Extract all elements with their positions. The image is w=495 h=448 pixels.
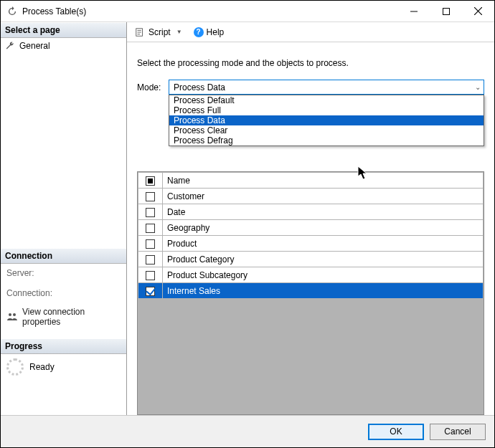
- connection-label: Connection:: [1, 284, 126, 304]
- row-checkbox[interactable]: [146, 287, 155, 296]
- help-label: Help: [207, 27, 225, 37]
- mode-label: Mode:: [137, 82, 164, 92]
- mode-option[interactable]: Process Defrag: [169, 135, 484, 146]
- script-icon: [134, 27, 146, 38]
- chevron-down-icon: ⌄: [475, 83, 481, 91]
- dialog-footer: OK Cancel: [1, 415, 494, 447]
- header-checkbox-cell[interactable]: [138, 173, 163, 189]
- nav-item-general[interactable]: General: [1, 40, 126, 52]
- view-connection-properties[interactable]: View connection properties: [1, 304, 126, 338]
- people-icon: [6, 311, 18, 323]
- server-label: Server:: [1, 264, 126, 284]
- table-row[interactable]: Customer: [138, 189, 484, 204]
- instruction-text: Select the processing mode and the objec…: [127, 42, 494, 80]
- help-button[interactable]: ? Help: [191, 26, 227, 39]
- mode-option[interactable]: Process Clear: [169, 125, 484, 135]
- progress-status: Ready: [29, 362, 55, 372]
- row-name: Product Subcategory: [163, 267, 484, 283]
- mode-option[interactable]: Process Full: [169, 105, 484, 115]
- row-name: Product Category: [163, 252, 484, 267]
- select-page-header: Select a page: [1, 22, 126, 38]
- chevron-down-icon[interactable]: ▼: [174, 29, 185, 35]
- row-name: Date: [163, 204, 484, 220]
- table-row[interactable]: Product Subcategory: [138, 267, 484, 283]
- window-title: Process Table(s): [22, 6, 397, 16]
- maximize-button[interactable]: [430, 1, 462, 22]
- mode-selected-value: Process Data: [174, 82, 225, 92]
- svg-rect-1: [443, 8, 449, 14]
- column-header-name[interactable]: Name: [163, 173, 484, 189]
- cancel-button[interactable]: Cancel: [430, 424, 486, 440]
- row-checkbox[interactable]: [146, 271, 155, 280]
- table-row[interactable]: Internet Sales: [138, 283, 484, 299]
- mode-option[interactable]: Process Default: [169, 95, 484, 105]
- table-row[interactable]: Date: [138, 204, 484, 220]
- svg-point-4: [9, 313, 11, 316]
- help-icon: ?: [194, 27, 204, 37]
- row-checkbox[interactable]: [146, 255, 155, 264]
- objects-grid: Name Customer Date: [137, 171, 484, 415]
- page-nav: General: [1, 38, 126, 248]
- mode-row: Mode: Process Data ⌄ Process Default Pro…: [127, 80, 494, 95]
- spinner-icon: [6, 358, 24, 376]
- script-button[interactable]: Script ▼: [131, 25, 188, 39]
- table-header-row: Name: [138, 173, 484, 189]
- nav-item-label: General: [19, 41, 50, 51]
- toolbar: Script ▼ ? Help: [127, 22, 494, 42]
- row-checkbox[interactable]: [146, 192, 155, 201]
- mode-dropdown: Process Default Process Full Process Dat…: [169, 95, 484, 146]
- minimize-button[interactable]: [397, 1, 430, 22]
- view-connection-properties-label: View connection properties: [22, 307, 122, 327]
- table-row[interactable]: Product Category: [138, 252, 484, 267]
- mode-combobox[interactable]: Process Data ⌄ Process Default Process F…: [169, 80, 484, 95]
- close-button[interactable]: [462, 1, 494, 22]
- mode-option[interactable]: Process Data: [169, 115, 484, 125]
- main-panel: Script ▼ ? Help Select the processing mo…: [127, 22, 494, 415]
- row-checkbox[interactable]: [146, 208, 155, 217]
- row-name: Geography: [163, 220, 484, 236]
- row-name: Product: [163, 236, 484, 252]
- row-name: Internet Sales: [163, 283, 484, 299]
- table-row[interactable]: Geography: [138, 220, 484, 236]
- ok-button[interactable]: OK: [368, 424, 424, 440]
- sidebar: Select a page General Connection Server:…: [1, 22, 127, 415]
- refresh-icon: [6, 6, 18, 17]
- connection-header: Connection: [1, 248, 126, 264]
- progress-panel: Progress Ready: [1, 338, 126, 380]
- objects-table: Name Customer Date: [138, 172, 484, 299]
- script-label: Script: [148, 27, 171, 37]
- row-checkbox[interactable]: [146, 224, 155, 233]
- content: Select the processing mode and the objec…: [127, 42, 494, 415]
- client-area: Select a page General Connection Server:…: [1, 22, 494, 415]
- table-row[interactable]: Product: [138, 236, 484, 252]
- svg-point-5: [13, 313, 16, 316]
- row-name: Customer: [163, 189, 484, 204]
- titlebar: Process Table(s): [1, 1, 494, 22]
- wrench-icon: [5, 41, 15, 51]
- connection-panel: Connection Server: Connection: View conn…: [1, 248, 126, 338]
- checkbox-indeterminate-icon: [146, 176, 155, 186]
- progress-header: Progress: [1, 338, 126, 354]
- row-checkbox[interactable]: [146, 239, 155, 249]
